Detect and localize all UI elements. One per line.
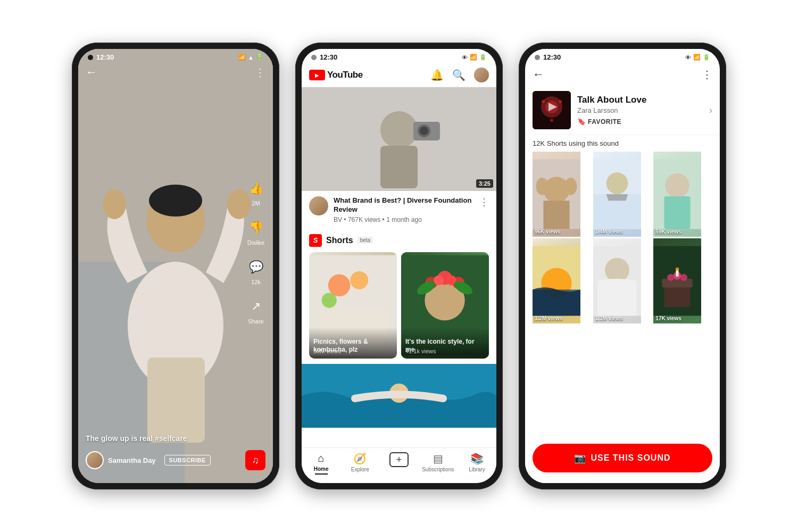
nav-home[interactable]: ⌂ Home: [302, 452, 340, 475]
bottom-nav: ⌂ Home 🧭 Explore + ▤ Subscriptions 📚 Lib…: [302, 447, 496, 483]
avatar-1: [86, 451, 104, 469]
svg-point-17: [322, 293, 337, 307]
music-button[interactable]: ♫: [245, 450, 265, 470]
svg-rect-54: [664, 285, 691, 307]
favorite-label: FAVORITE: [588, 118, 621, 126]
grid-views-4: 1.2M views: [535, 315, 562, 321]
svg-point-41: [565, 178, 577, 195]
use-sound-bar: 📷 USE THIS SOUND: [525, 438, 720, 483]
short-card-1[interactable]: Picnics, flowers & kombucha, plz 50M vie…: [309, 252, 397, 359]
home-label: Home: [314, 466, 329, 472]
dislike-button[interactable]: 👎 Dislike: [246, 218, 265, 246]
favorite-row: 🔖 FAVORITE: [577, 118, 703, 126]
share-button[interactable]: ↗ Share: [246, 297, 265, 325]
signal-icon: 📶: [238, 54, 246, 61]
channel-name: BV: [334, 216, 342, 223]
grid-views-1: 96K views: [535, 229, 560, 235]
artist-name: Zara Larsson: [577, 106, 703, 114]
video-info: What Brand is Best? | Diverse Foundation…: [302, 191, 496, 229]
status-icons-1: 📶 ▲ 🔋: [238, 54, 263, 61]
comment-button[interactable]: 💬 12k: [246, 257, 265, 285]
svg-point-4: [103, 189, 126, 219]
channel-avatar: [309, 196, 328, 215]
explore-label: Explore: [351, 467, 369, 472]
grid-item-6[interactable]: 17K views: [653, 238, 701, 323]
back-button-3[interactable]: ←: [533, 68, 544, 81]
video-background: [78, 49, 273, 483]
search-icon[interactable]: 🔍: [452, 69, 466, 81]
svg-rect-6: [147, 358, 205, 443]
time-3: 12:30: [543, 53, 561, 61]
nav-explore[interactable]: 🧭 Explore: [340, 452, 379, 475]
svg-point-16: [350, 271, 368, 289]
add-button[interactable]: +: [389, 452, 409, 467]
svg-point-9: [380, 111, 418, 148]
shorts-s-icon: S: [313, 236, 318, 244]
sound-page-header: ← ⋮: [525, 63, 720, 86]
chevron-right-icon[interactable]: ›: [709, 105, 712, 116]
subscribe-button[interactable]: SUBSCRIBE: [164, 455, 211, 466]
subscriptions-icon: ▤: [433, 452, 443, 465]
status-bar-3: 12:30 👁 📶 🔋: [525, 49, 720, 63]
grid-item-5[interactable]: 1.1M views: [593, 238, 641, 323]
svg-point-24: [434, 275, 444, 285]
video-card-1[interactable]: 3:25 What Brand is Best? | Diverse Found…: [302, 87, 496, 229]
svg-rect-39: [543, 201, 569, 229]
grid-item-3[interactable]: 59K views: [653, 152, 701, 237]
youtube-header: ▶ YouTube 🔔 🔍: [302, 63, 496, 87]
svg-point-35: [559, 100, 562, 103]
video-more-button[interactable]: ⋮: [479, 196, 489, 208]
play-triangle: ▶: [315, 72, 319, 78]
grid-item-1[interactable]: 96K views: [533, 152, 580, 237]
status-icons-2: 👁 📶 🔋: [462, 54, 487, 61]
thumbs-down-icon: 👎: [246, 218, 265, 237]
user-avatar-yt[interactable]: [474, 68, 489, 82]
shorts-grid: Picnics, flowers & kombucha, plz 50M vie…: [309, 252, 489, 359]
eye-icon-3: 👁: [685, 54, 691, 61]
bell-icon[interactable]: 🔔: [430, 69, 444, 81]
svg-point-44: [606, 172, 628, 194]
username: Samantha Day: [108, 456, 156, 464]
music-icon: ♫: [252, 455, 259, 466]
active-indicator: [315, 473, 328, 475]
back-button[interactable]: ←: [86, 65, 97, 79]
more-button[interactable]: ⋮: [255, 66, 265, 79]
nav-add[interactable]: +: [379, 452, 418, 475]
caption-text: The glow up is real: [86, 434, 155, 443]
battery-icon: 🔋: [256, 54, 263, 61]
more-button-3[interactable]: ⋮: [702, 68, 712, 81]
nav-subscriptions[interactable]: ▤ Subscriptions: [419, 452, 458, 475]
grid-item-2[interactable]: 1.4M views: [593, 152, 641, 237]
shorts-bottom: The glow up is real #selfcare Samantha D…: [78, 434, 273, 483]
home-icon: ⌂: [318, 452, 325, 464]
status-bar-1: 12:30 📶 ▲ 🔋: [78, 49, 273, 63]
library-icon: 📚: [470, 452, 484, 465]
use-sound-button[interactable]: 📷 USE THIS SOUND: [533, 444, 712, 472]
share-icon: ↗: [246, 297, 265, 316]
shorts-title: Shorts: [326, 236, 353, 245]
swim-video-thumb[interactable]: [302, 364, 496, 428]
phone-3: 12:30 👁 📶 🔋 ← ⋮: [519, 43, 726, 489]
wifi-icon-2: 📶: [470, 54, 477, 61]
short-thumb-1: Picnics, flowers & kombucha, plz 50M vie…: [309, 252, 397, 359]
duration-badge: 3:25: [476, 179, 493, 188]
video-stats: BV • 767K views • 1 month ago: [334, 216, 474, 223]
grid-views-2: 1.4M views: [595, 229, 623, 235]
svg-point-58: [680, 274, 687, 281]
svg-point-40: [536, 178, 548, 195]
svg-point-7: [149, 185, 202, 217]
svg-rect-47: [664, 196, 691, 229]
grid-item-4[interactable]: 1.2M views: [533, 238, 580, 323]
wifi-icon-3: 📶: [693, 54, 701, 61]
youtube-icon: ▶: [309, 70, 325, 80]
youtube-logo: ▶ YouTube: [309, 70, 363, 80]
nav-library[interactable]: 📚 Library: [458, 452, 496, 475]
eye-icon: 👁: [462, 54, 468, 61]
hashtag: #selfcare: [155, 434, 187, 443]
phone-1: 12:30 📶 ▲ 🔋 ← ⋮ 👍 2M 👎 Dislike �: [72, 43, 279, 489]
like-button[interactable]: 👍 2M: [246, 179, 265, 206]
battery-icon-2: 🔋: [479, 54, 487, 61]
short-card-2[interactable]: It's the iconic style, for me 41.1k view…: [401, 252, 489, 359]
short-1-views: 50M views: [313, 348, 341, 354]
svg-point-34: [542, 100, 545, 103]
